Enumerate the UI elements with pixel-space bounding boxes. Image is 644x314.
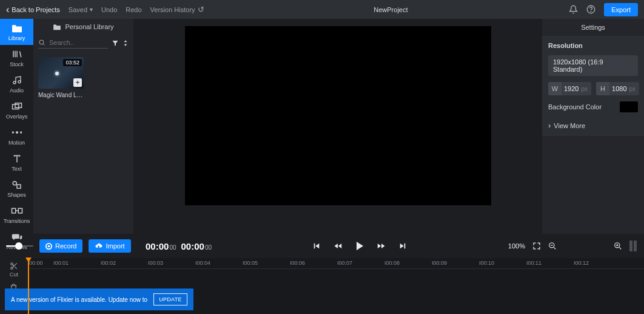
bgcolor-swatch[interactable] bbox=[620, 101, 638, 112]
svg-point-3 bbox=[18, 81, 21, 83]
svg-rect-10 bbox=[17, 185, 21, 188]
nav-library[interactable]: Library bbox=[0, 19, 33, 45]
folder-icon bbox=[53, 23, 61, 30]
media-clip-thumbnail[interactable]: 03:52 + Magic Wand Light... bbox=[38, 57, 84, 98]
zoom-value: 100% bbox=[508, 242, 525, 250]
shapes-icon bbox=[11, 179, 23, 190]
nav-transitions[interactable]: Transitions bbox=[0, 202, 33, 228]
import-label: Import bbox=[106, 242, 124, 250]
import-button[interactable]: Import bbox=[89, 239, 130, 253]
play-icon[interactable] bbox=[355, 241, 364, 251]
update-banner: A new version of Flixier is available. U… bbox=[5, 288, 193, 310]
svg-point-9 bbox=[13, 182, 16, 185]
bell-icon[interactable] bbox=[569, 5, 578, 14]
nav-label: Audio bbox=[10, 87, 24, 94]
volume-slider[interactable] bbox=[6, 245, 33, 247]
unit-label: px bbox=[629, 86, 640, 92]
ruler-tick: I00:08 bbox=[383, 258, 431, 268]
nav-stock[interactable]: Stock bbox=[0, 45, 33, 71]
sort-icon[interactable] bbox=[122, 39, 129, 47]
saved-status: Saved bbox=[69, 6, 87, 13]
view-more-toggle[interactable]: View More bbox=[548, 121, 638, 130]
record-label: Record bbox=[55, 242, 76, 250]
view-more-label: View More bbox=[554, 122, 585, 129]
ruler-tick: 00:00 bbox=[28, 258, 52, 268]
resolution-label: Resolution bbox=[548, 42, 638, 49]
bgcolor-label: Background Color bbox=[548, 103, 602, 111]
nav-label: Transitions bbox=[4, 218, 30, 224]
saved-dropdown-icon[interactable] bbox=[90, 6, 93, 13]
nav-label: Overlays bbox=[6, 114, 28, 120]
folder-icon bbox=[11, 22, 23, 33]
export-button[interactable]: Export bbox=[604, 3, 638, 16]
undo-button[interactable]: Undo bbox=[101, 6, 117, 13]
tool-label: Cut bbox=[10, 271, 18, 278]
ruler-tick: I00:02 bbox=[99, 258, 147, 268]
add-clip-button[interactable]: + bbox=[73, 78, 82, 87]
clip-duration: 03:52 bbox=[63, 59, 82, 66]
preview-area bbox=[133, 19, 542, 234]
svg-point-7 bbox=[15, 131, 18, 134]
ruler-tick: I00:06 bbox=[289, 258, 336, 268]
rewind-icon[interactable] bbox=[334, 242, 342, 250]
height-input[interactable]: H 1080 px bbox=[596, 82, 639, 95]
nav-text[interactable]: Text bbox=[0, 149, 33, 176]
ruler-tick: I00:04 bbox=[194, 258, 241, 268]
music-icon bbox=[11, 75, 23, 86]
svg-point-6 bbox=[12, 131, 13, 133]
library-title: Personal Library bbox=[65, 23, 113, 30]
width-input[interactable]: W 1920 px bbox=[548, 82, 591, 95]
overlay-icon bbox=[11, 101, 23, 112]
svg-point-1 bbox=[591, 11, 591, 12]
height-prefix: H bbox=[596, 82, 609, 95]
fullscreen-icon[interactable] bbox=[532, 242, 541, 250]
motion-icon bbox=[11, 127, 23, 138]
search-input[interactable] bbox=[49, 39, 108, 46]
skip-end-icon[interactable] bbox=[399, 242, 406, 250]
ruler-tick: I00:03 bbox=[147, 258, 194, 268]
help-icon[interactable] bbox=[586, 5, 595, 14]
video-canvas[interactable] bbox=[185, 26, 491, 205]
record-button[interactable]: Record bbox=[39, 239, 82, 253]
back-to-projects-link[interactable]: Back to Projects bbox=[6, 6, 60, 13]
playhead[interactable] bbox=[28, 258, 29, 314]
ruler-tick: I00:07 bbox=[336, 258, 383, 268]
timeline-ruler[interactable]: 00:00 I00:01 I00:02 I00:03 I00:04 I00:05… bbox=[28, 258, 644, 269]
tool-sidebar: Library Stock Audio Overlays Motion Text… bbox=[0, 19, 33, 234]
library-panel: Personal Library 03:52 + Magic Wand Ligh… bbox=[33, 19, 133, 234]
width-value: 1920 bbox=[562, 85, 581, 92]
resolution-select[interactable]: 1920x1080 (16:9 Standard) bbox=[548, 55, 638, 76]
library-heading[interactable]: Personal Library bbox=[33, 19, 133, 35]
svg-rect-12 bbox=[18, 208, 22, 213]
svg-point-15 bbox=[48, 245, 50, 247]
project-title[interactable]: NewProject bbox=[213, 6, 569, 13]
cut-tool[interactable]: Cut bbox=[10, 262, 18, 278]
settings-title: Settings bbox=[542, 19, 644, 36]
version-history-button[interactable]: Version History bbox=[150, 5, 204, 14]
skip-start-icon[interactable] bbox=[313, 242, 320, 250]
time-display: 00:0000 00:0000 bbox=[146, 241, 212, 251]
zoom-out-icon[interactable] bbox=[548, 242, 557, 250]
redo-button[interactable]: Redo bbox=[126, 6, 141, 13]
nav-shapes[interactable]: Shapes bbox=[0, 176, 33, 202]
nav-label: Motion bbox=[8, 140, 25, 146]
player-controls: Record Import 00:0000 00:0000 100% bbox=[0, 234, 644, 258]
svg-point-2 bbox=[13, 81, 16, 84]
nav-overlays[interactable]: Overlays bbox=[0, 97, 33, 123]
record-icon bbox=[45, 243, 52, 250]
svg-rect-11 bbox=[12, 208, 15, 213]
filter-icon[interactable] bbox=[112, 39, 119, 47]
cloud-upload-icon bbox=[95, 243, 102, 250]
nav-audio[interactable]: Audio bbox=[0, 71, 33, 97]
nav-label: Shapes bbox=[7, 192, 26, 198]
update-button[interactable]: UPDATE bbox=[153, 293, 187, 305]
transitions-icon bbox=[11, 205, 23, 216]
panel-drag-handle[interactable] bbox=[629, 241, 638, 251]
ruler-tick: I00:05 bbox=[241, 258, 289, 268]
update-text: A new version of Flixier is available. U… bbox=[11, 296, 147, 303]
zoom-in-icon[interactable] bbox=[614, 242, 622, 250]
forward-icon[interactable] bbox=[377, 242, 386, 250]
nav-motion[interactable]: Motion bbox=[0, 123, 33, 149]
width-prefix: W bbox=[548, 82, 562, 95]
ruler-tick: I00:01 bbox=[52, 258, 99, 268]
